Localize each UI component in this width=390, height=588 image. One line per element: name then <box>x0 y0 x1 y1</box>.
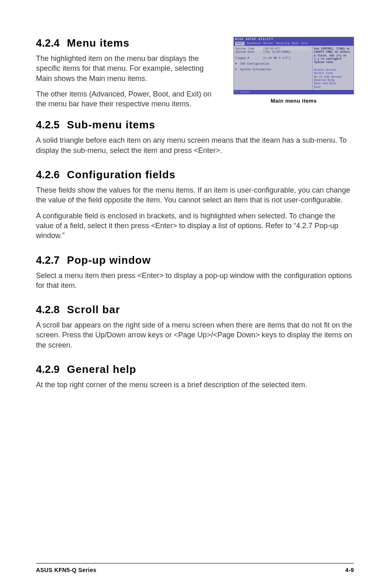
top-row: 4.2.4Menu items The highlighted item on … <box>36 37 354 114</box>
heading-num: 4.2.8 <box>36 303 60 316</box>
paragraph: Select a menu item then press <Enter> to… <box>36 271 354 291</box>
bios-hint: Save and Exit <box>314 82 352 85</box>
bios-hint: Go to Sub Screen <box>314 75 352 79</box>
footer-row: ASUS KFN5-Q Series 4-9 <box>36 567 354 573</box>
bios-body: System Time [10:56:07] System Date [Thu … <box>234 46 354 90</box>
footer-rule <box>36 563 354 563</box>
bios-value: [1.44 MB 3 1/2"] <box>263 56 291 60</box>
bios-row-time: System Time [10:56:07] <box>235 47 311 50</box>
bios-label: System Date <box>235 50 261 54</box>
bios-label: Floppy A <box>235 56 261 60</box>
heading-title: Pop-up window <box>67 254 151 266</box>
bios-hint: Select Item <box>314 72 352 75</box>
bios-tab-boot: Boot <box>292 42 299 45</box>
bios-tab-security: Security <box>276 42 290 45</box>
heading-num: 4.2.6 <box>36 168 60 181</box>
bios-hint: Exit <box>314 85 352 89</box>
heading-428: 4.2.8Scroll bar <box>36 303 354 316</box>
heading-num: 4.2.9 <box>36 363 60 375</box>
heading-num: 4.2.7 <box>36 254 60 266</box>
page-footer: ASUS KFN5-Q Series 4-9 <box>0 563 390 573</box>
bios-tab-exit: Exit <box>301 42 308 45</box>
heading-title: Sub-menu items <box>67 119 155 131</box>
heading-title: Menu items <box>67 37 130 49</box>
paragraph: A scroll bar appears on the right side o… <box>36 320 354 350</box>
document-page: 4.2.4Menu items The highlighted item on … <box>0 0 390 564</box>
bios-main-panel: System Time [10:56:07] System Date [Thu … <box>234 46 313 90</box>
bios-figure: BIOS SETUP UTILITY Main Advanced Server … <box>233 37 354 104</box>
heading-num: 4.2.5 <box>36 119 60 131</box>
bios-value: [10:56:07] <box>263 47 280 50</box>
bios-row-ide: IDE Configuration <box>235 62 311 65</box>
heading-429: 4.2.9General help <box>36 363 354 376</box>
bios-nav-key: ←→ <box>235 90 238 94</box>
bios-footer-bar: ←→ Select <box>234 90 354 94</box>
paragraph: At the top right corner of the menu scre… <box>36 380 354 390</box>
bios-row-date: System Date [Thu 12/07/2006] <box>235 50 311 54</box>
paragraph: A configurable field is enclosed in brac… <box>36 211 354 241</box>
heading-426: 4.2.6Configuration fields <box>36 168 354 181</box>
heading-424: 4.2.4Menu items <box>36 37 221 49</box>
bios-screenshot: BIOS SETUP UTILITY Main Advanced Server … <box>233 37 354 94</box>
bios-tab-bar: Main Advanced Server Security Boot Exit <box>234 41 354 45</box>
heading-num: 4.2.4 <box>36 37 60 49</box>
bios-row-floppy: Floppy A [1.44 MB 3 1/2"] <box>235 56 311 60</box>
heading-427: 4.2.7Pop-up window <box>36 254 354 267</box>
paragraph: These fields show the values for the men… <box>36 185 354 205</box>
footer-right: 4-9 <box>345 567 354 573</box>
bios-nav-hints: Select Screen Select Item Go to Sub Scre… <box>314 68 352 89</box>
heading-425: 4.2.5Sub-menu items <box>36 119 354 131</box>
heading-title: Scroll bar <box>67 303 120 316</box>
bios-title: BIOS SETUP UTILITY <box>234 37 354 41</box>
paragraph: A solid triangle before each item on any… <box>36 135 354 155</box>
heading-title: Configuration fields <box>67 168 176 181</box>
section-424-block: 4.2.4Menu items The highlighted item on … <box>36 37 221 114</box>
bios-tab-main: Main <box>235 42 244 45</box>
bios-help-panel: Use [ENTER], [TAB] or [SHIFT-TAB] to sel… <box>313 46 354 90</box>
bios-hint: Select Screen <box>314 68 352 72</box>
bios-nav-text: Select <box>240 90 250 94</box>
bios-help-text: Use [ENTER], [TAB] or [SHIFT-TAB] to sel… <box>314 47 350 64</box>
bios-row-sysinfo: System Information <box>235 68 311 71</box>
bios-label: IDE Configuration <box>240 62 269 65</box>
paragraph: The highlighted item on the menu bar dis… <box>36 54 221 83</box>
bios-hint: General Help <box>314 79 352 82</box>
bios-value: [Thu 12/07/2006] <box>263 50 291 54</box>
paragraph: The other items (Advanced, Power, Boot, … <box>36 89 221 109</box>
bios-tab-server: Server <box>263 42 273 45</box>
bios-tab-advanced: Advanced <box>247 42 261 45</box>
bios-label: System Information <box>240 68 271 71</box>
footer-left: ASUS KFN5-Q Series <box>36 567 96 573</box>
bios-label: System Time <box>235 47 261 50</box>
heading-title: General help <box>67 363 137 375</box>
figure-caption: Main menu items <box>233 98 354 104</box>
